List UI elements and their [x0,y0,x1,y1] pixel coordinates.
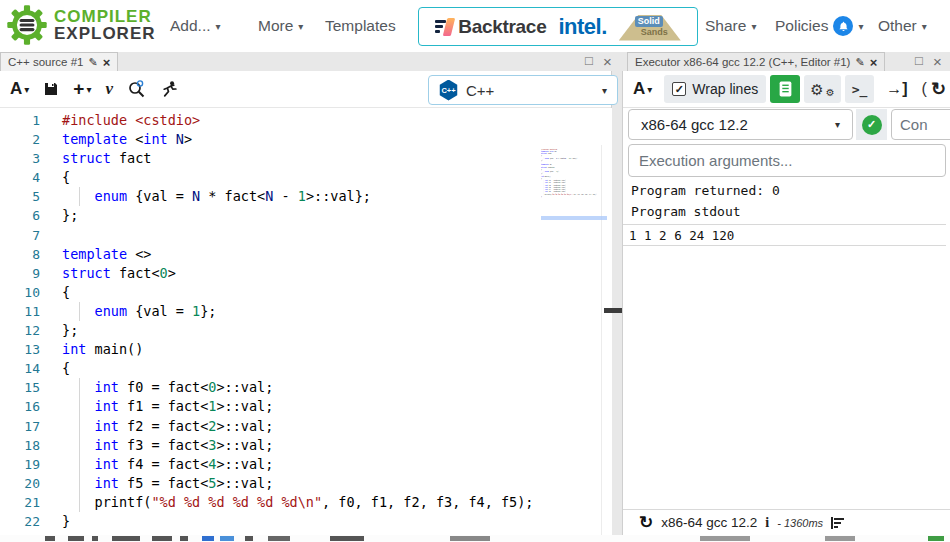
code-line[interactable]: int f1 = fact<1>::val; [62,397,533,416]
line-number: 6 [0,206,40,225]
language-selected-label: C++ [466,82,594,99]
nav-policies-label: Policies [775,17,828,35]
code-line[interactable]: template <int N> [62,130,533,149]
chevron-down-icon: ▾ [216,21,221,32]
compiler-options-input[interactable] [891,109,950,140]
notification-bell-icon[interactable] [833,16,853,36]
chevron-down-icon: ▾ [858,21,863,32]
show-output-button[interactable] [770,75,800,103]
code-line[interactable]: { [62,283,533,302]
runner-icon [161,80,178,98]
nav-policies-menu[interactable]: Policies ▾ [775,0,863,52]
nav-more-menu[interactable]: More ▾ [258,0,303,52]
code-content[interactable]: #include <cstdio>template <int N>struct … [62,111,533,531]
maximize-pane-icon[interactable]: □ [585,53,593,68]
line-number: 10 [0,283,40,302]
code-line[interactable]: int f2 = fact<2>::val; [62,417,533,436]
line-number: 19 [0,455,40,474]
nav-templates[interactable]: Templates [325,0,396,52]
code-line[interactable]: enum {val = N * fact<N - 1>::val}; [62,187,533,206]
code-line[interactable]: { [62,359,533,378]
rename-pencil-icon[interactable]: ✎ [855,56,864,69]
close-tab-icon[interactable]: × [103,55,111,70]
nav-other-label: Other [878,17,917,35]
terminal-icon: >_ [852,82,868,97]
code-line[interactable]: int f4 = fact<4>::val; [62,455,533,474]
code-line[interactable]: } [62,512,533,531]
code-line[interactable]: struct fact<0> [62,264,533,283]
backtrace-logo[interactable]: Backtrace [435,16,546,38]
executor-tab[interactable]: Executor x86-64 gcc 12.2 (C++, Editor #1… [627,52,885,71]
line-number: 20 [0,474,40,493]
line-number: 17 [0,417,40,436]
line-number: 3 [0,149,40,168]
code-line[interactable]: }; [62,206,533,225]
quick-bench-button[interactable] [161,80,178,98]
minimap-highlight[interactable] [541,216,607,220]
statusbar-compiler-name: x86-64 gcc 12.2 [661,515,757,530]
font-size-label: A [633,79,645,99]
nav-other-menu[interactable]: Other ▾ [878,0,927,52]
font-size-button[interactable]: A ▾ [633,79,652,99]
maximize-pane-icon[interactable]: □ [915,53,923,68]
executor-tab-title: Executor x86-64 gcc 12.2 (C++, Editor #1… [635,56,850,68]
options-button[interactable]: ⚙ ⚙ [804,75,840,103]
executor-statusbar: ↻ x86-64 gcc 12.2 i - 1360ms [623,509,950,535]
wrap-lines-toggle[interactable]: ✓ Wrap lines [664,75,766,103]
nav-share-menu[interactable]: Share ▾ [705,0,756,52]
recompile-refresh-icon[interactable]: ↻ [931,78,946,100]
compile-success-icon[interactable]: ✓ [862,115,882,135]
close-pane-icon[interactable]: × [603,53,612,70]
close-tab-icon[interactable]: × [870,55,878,70]
refresh-icon[interactable]: ↻ [639,512,653,533]
code-line[interactable]: template <> [62,245,533,264]
add-pane-button[interactable]: + ▾ [73,78,91,100]
code-line[interactable]: #include <cstdio> [62,111,533,130]
timing-chart-icon[interactable] [831,517,845,529]
line-number: 5 [0,187,40,206]
font-size-button[interactable]: A ▾ [10,79,29,99]
code-line[interactable]: } [541,195,607,197]
chevron-down-icon: ▾ [751,21,756,32]
editor-tab-title: C++ source #1 [8,56,83,68]
plus-icon: + [73,78,84,100]
compiler-explorer-logo[interactable]: COMPILER EXPLORER [6,4,156,46]
code-line[interactable]: struct fact [62,149,533,168]
logo-text: COMPILER EXPLORER [54,8,156,42]
compile-timing-label: - 1360ms [777,517,823,529]
language-select[interactable]: C++ C++ ▾ [428,75,618,105]
code-line[interactable]: printf("%d %d %d %d %d %d\n", f0, f1, f2… [62,493,533,512]
code-line[interactable]: int f5 = fact<5>::val; [62,474,533,493]
cpp-insights-button[interactable] [127,80,147,99]
execution-arguments-input[interactable] [628,144,946,177]
code-line[interactable]: }; [62,321,533,340]
editor-tab[interactable]: C++ source #1 ✎ × [0,52,118,71]
code-line[interactable]: int f3 = fact<3>::val; [62,436,533,455]
code-line[interactable] [62,226,533,245]
intel-logo[interactable]: intel. [558,14,606,40]
open-terminal-button[interactable]: >_ [845,75,875,103]
save-button[interactable] [43,81,59,97]
vim-toggle-button[interactable]: v [105,79,113,99]
solid-sands-logo[interactable]: Solid Sands [619,13,681,41]
code-line[interactable]: enum {val = 1}; [62,302,533,321]
nav-add-menu[interactable]: Add... ▾ [170,0,221,52]
executor-toolbar: A ▾ ✓ Wrap lines ⚙ ⚙ >_ [623,71,950,108]
chevron-down-icon: ▾ [86,84,91,95]
rename-pencil-icon[interactable]: ✎ [88,56,97,69]
pane-splitter-handle[interactable] [604,308,622,313]
indent-guide [79,417,80,436]
code-line[interactable]: int f0 = fact<0>::val; [62,378,533,397]
font-size-label: A [10,79,22,99]
compiler-select[interactable]: x86-64 gcc 12.2 ▾ [628,109,853,140]
code-line[interactable]: { [62,168,533,187]
indent-guide [79,397,80,416]
editor-toolbar: A ▾ + ▾ v [0,71,611,108]
stdin-button[interactable]: →] [886,80,907,98]
checkbox-checked-icon[interactable]: ✓ [672,82,686,96]
code-editor[interactable]: 12345678910111213141516171819202122 #inc… [0,108,612,535]
info-icon[interactable]: i [765,515,769,531]
minimap[interactable]: #include <cstdio>template <int N>struct … [541,148,607,206]
close-pane-icon[interactable]: × [933,53,942,70]
code-line[interactable]: int main() [62,340,533,359]
